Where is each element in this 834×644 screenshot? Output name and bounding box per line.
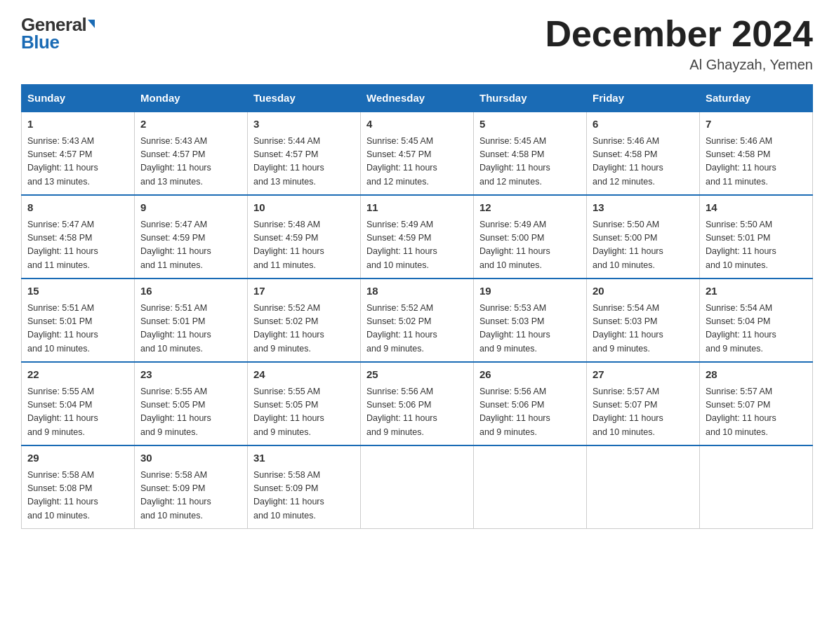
day-number: 31 [253, 450, 355, 467]
calendar-day-cell: 6Sunrise: 5:46 AM Sunset: 4:58 PM Daylig… [587, 112, 700, 195]
day-number: 28 [706, 367, 807, 383]
calendar-day-cell: 21Sunrise: 5:54 AM Sunset: 5:04 PM Dayli… [700, 279, 813, 362]
calendar-day-cell: 2Sunrise: 5:43 AM Sunset: 4:57 PM Daylig… [135, 112, 248, 195]
day-number: 13 [593, 200, 694, 216]
day-info: Sunrise: 5:55 AM Sunset: 5:05 PM Dayligh… [140, 385, 241, 440]
calendar-day-cell: 5Sunrise: 5:45 AM Sunset: 4:58 PM Daylig… [474, 112, 587, 195]
day-info: Sunrise: 5:52 AM Sunset: 5:02 PM Dayligh… [253, 302, 355, 356]
day-info: Sunrise: 5:49 AM Sunset: 4:59 PM Dayligh… [366, 218, 468, 273]
day-number: 24 [253, 367, 355, 383]
calendar-day-cell: 25Sunrise: 5:56 AM Sunset: 5:06 PM Dayli… [361, 362, 474, 445]
day-info: Sunrise: 5:47 AM Sunset: 4:59 PM Dayligh… [140, 218, 241, 273]
calendar-day-cell: 16Sunrise: 5:51 AM Sunset: 5:01 PM Dayli… [135, 279, 248, 362]
day-number: 4 [366, 116, 468, 133]
calendar-day-cell: 10Sunrise: 5:48 AM Sunset: 4:59 PM Dayli… [248, 195, 361, 279]
day-number: 9 [140, 200, 241, 216]
day-number: 6 [593, 116, 694, 133]
day-info: Sunrise: 5:57 AM Sunset: 5:07 PM Dayligh… [706, 385, 807, 440]
days-of-week-row: SundayMondayTuesdayWednesdayThursdayFrid… [22, 85, 813, 112]
calendar-week-row: 22Sunrise: 5:55 AM Sunset: 5:04 PM Dayli… [22, 362, 813, 445]
page-header: General Blue December 2024 Al Ghayzah, Y… [21, 14, 813, 73]
calendar-week-row: 29Sunrise: 5:58 AM Sunset: 5:08 PM Dayli… [22, 445, 813, 529]
title-block: December 2024 Al Ghayzah, Yemen [545, 14, 813, 73]
day-info: Sunrise: 5:49 AM Sunset: 5:00 PM Dayligh… [479, 218, 581, 273]
day-number: 29 [27, 450, 128, 467]
calendar-day-cell: 4Sunrise: 5:45 AM Sunset: 4:57 PM Daylig… [361, 112, 474, 195]
day-info: Sunrise: 5:45 AM Sunset: 4:58 PM Dayligh… [479, 135, 581, 189]
day-info: Sunrise: 5:48 AM Sunset: 4:59 PM Dayligh… [253, 218, 355, 273]
calendar-day-cell: 17Sunrise: 5:52 AM Sunset: 5:02 PM Dayli… [248, 279, 361, 362]
day-of-week-header: Monday [135, 85, 248, 112]
calendar-week-row: 15Sunrise: 5:51 AM Sunset: 5:01 PM Dayli… [22, 279, 813, 362]
day-number: 12 [479, 200, 581, 216]
day-info: Sunrise: 5:46 AM Sunset: 4:58 PM Dayligh… [593, 135, 694, 189]
day-info: Sunrise: 5:58 AM Sunset: 5:09 PM Dayligh… [253, 469, 355, 523]
day-number: 11 [366, 200, 468, 216]
day-of-week-header: Sunday [22, 85, 135, 112]
day-info: Sunrise: 5:57 AM Sunset: 5:07 PM Dayligh… [593, 385, 694, 440]
calendar-day-cell: 9Sunrise: 5:47 AM Sunset: 4:59 PM Daylig… [135, 195, 248, 279]
location: Al Ghayzah, Yemen [545, 57, 813, 73]
day-number: 19 [479, 283, 581, 300]
calendar-day-cell: 28Sunrise: 5:57 AM Sunset: 5:07 PM Dayli… [700, 362, 813, 445]
calendar-header: SundayMondayTuesdayWednesdayThursdayFrid… [22, 85, 813, 112]
calendar-day-cell: 26Sunrise: 5:56 AM Sunset: 5:06 PM Dayli… [474, 362, 587, 445]
calendar-day-cell: 30Sunrise: 5:58 AM Sunset: 5:09 PM Dayli… [135, 445, 248, 529]
day-number: 2 [140, 116, 241, 133]
calendar-day-cell: 24Sunrise: 5:55 AM Sunset: 5:05 PM Dayli… [248, 362, 361, 445]
day-number: 14 [706, 200, 807, 216]
day-number: 3 [253, 116, 355, 133]
calendar-day-cell [361, 445, 474, 529]
calendar-day-cell: 8Sunrise: 5:47 AM Sunset: 4:58 PM Daylig… [22, 195, 135, 279]
day-number: 7 [706, 116, 807, 133]
day-of-week-header: Thursday [474, 85, 587, 112]
day-info: Sunrise: 5:47 AM Sunset: 4:58 PM Dayligh… [27, 218, 128, 273]
day-info: Sunrise: 5:52 AM Sunset: 5:02 PM Dayligh… [366, 302, 468, 356]
day-of-week-header: Saturday [700, 85, 813, 112]
day-number: 20 [593, 283, 694, 300]
calendar-week-row: 8Sunrise: 5:47 AM Sunset: 4:58 PM Daylig… [22, 195, 813, 279]
day-info: Sunrise: 5:46 AM Sunset: 4:58 PM Dayligh… [706, 135, 807, 189]
calendar-day-cell: 31Sunrise: 5:58 AM Sunset: 5:09 PM Dayli… [248, 445, 361, 529]
day-info: Sunrise: 5:50 AM Sunset: 5:01 PM Dayligh… [706, 218, 807, 273]
calendar-day-cell: 11Sunrise: 5:49 AM Sunset: 4:59 PM Dayli… [361, 195, 474, 279]
day-info: Sunrise: 5:45 AM Sunset: 4:57 PM Dayligh… [366, 135, 468, 189]
day-info: Sunrise: 5:54 AM Sunset: 5:03 PM Dayligh… [593, 302, 694, 356]
calendar-day-cell: 14Sunrise: 5:50 AM Sunset: 5:01 PM Dayli… [700, 195, 813, 279]
day-info: Sunrise: 5:43 AM Sunset: 4:57 PM Dayligh… [140, 135, 241, 189]
day-info: Sunrise: 5:51 AM Sunset: 5:01 PM Dayligh… [140, 302, 241, 356]
day-number: 16 [140, 283, 241, 300]
calendar-day-cell: 18Sunrise: 5:52 AM Sunset: 5:02 PM Dayli… [361, 279, 474, 362]
day-number: 23 [140, 367, 241, 383]
day-info: Sunrise: 5:55 AM Sunset: 5:05 PM Dayligh… [253, 385, 355, 440]
day-number: 15 [27, 283, 128, 300]
day-info: Sunrise: 5:43 AM Sunset: 4:57 PM Dayligh… [27, 135, 128, 189]
day-number: 17 [253, 283, 355, 300]
calendar-day-cell: 22Sunrise: 5:55 AM Sunset: 5:04 PM Dayli… [22, 362, 135, 445]
calendar-table: SundayMondayTuesdayWednesdayThursdayFrid… [21, 84, 813, 529]
calendar-day-cell: 15Sunrise: 5:51 AM Sunset: 5:01 PM Dayli… [22, 279, 135, 362]
logo-blue-text: Blue [21, 32, 59, 53]
calendar-day-cell: 7Sunrise: 5:46 AM Sunset: 4:58 PM Daylig… [700, 112, 813, 195]
calendar-day-cell: 1Sunrise: 5:43 AM Sunset: 4:57 PM Daylig… [22, 112, 135, 195]
day-info: Sunrise: 5:50 AM Sunset: 5:00 PM Dayligh… [593, 218, 694, 273]
calendar-day-cell [700, 445, 813, 529]
calendar-day-cell: 19Sunrise: 5:53 AM Sunset: 5:03 PM Dayli… [474, 279, 587, 362]
logo-arrow-icon [88, 20, 95, 28]
day-info: Sunrise: 5:54 AM Sunset: 5:04 PM Dayligh… [706, 302, 807, 356]
day-info: Sunrise: 5:56 AM Sunset: 5:06 PM Dayligh… [479, 385, 581, 440]
calendar-day-cell: 3Sunrise: 5:44 AM Sunset: 4:57 PM Daylig… [248, 112, 361, 195]
day-number: 5 [479, 116, 581, 133]
day-number: 30 [140, 450, 241, 467]
day-number: 1 [27, 116, 128, 133]
day-number: 27 [593, 367, 694, 383]
day-info: Sunrise: 5:51 AM Sunset: 5:01 PM Dayligh… [27, 302, 128, 356]
day-info: Sunrise: 5:44 AM Sunset: 4:57 PM Dayligh… [253, 135, 355, 189]
calendar-day-cell: 13Sunrise: 5:50 AM Sunset: 5:00 PM Dayli… [587, 195, 700, 279]
day-number: 25 [366, 367, 468, 383]
day-info: Sunrise: 5:56 AM Sunset: 5:06 PM Dayligh… [366, 385, 468, 440]
day-of-week-header: Friday [587, 85, 700, 112]
day-number: 21 [706, 283, 807, 300]
calendar-day-cell: 23Sunrise: 5:55 AM Sunset: 5:05 PM Dayli… [135, 362, 248, 445]
day-info: Sunrise: 5:53 AM Sunset: 5:03 PM Dayligh… [479, 302, 581, 356]
